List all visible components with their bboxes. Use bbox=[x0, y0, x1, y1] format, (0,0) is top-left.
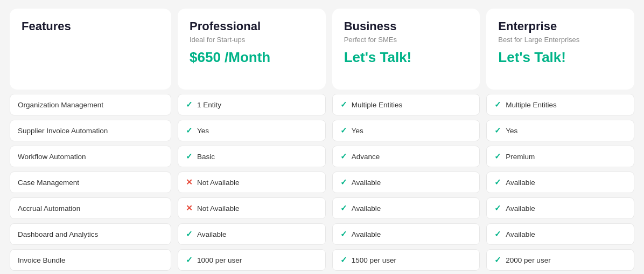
cross-icon: ✕ bbox=[186, 177, 193, 187]
feature-value-text: Not Available bbox=[197, 204, 240, 213]
feature-value-row: ✓1000 per user bbox=[178, 249, 326, 271]
feature-value-text: Basic bbox=[197, 153, 215, 161]
feature-value-text: Premium bbox=[506, 153, 535, 161]
plan-header-business: BusinessPerfect for SMEsLet's Talk! bbox=[332, 9, 480, 90]
feature-label-row: Dashboard and Analytics bbox=[10, 223, 171, 245]
check-icon: ✓ bbox=[340, 177, 347, 187]
feature-label-row: Invoice Bundle bbox=[10, 249, 171, 271]
check-icon: ✓ bbox=[186, 100, 193, 109]
feature-value-row: ✓Multiple Entities bbox=[486, 94, 634, 115]
feature-value-text: 1500 per user bbox=[352, 256, 396, 264]
feature-value-row: ✓Available bbox=[486, 223, 634, 245]
feature-value-text: Not Available bbox=[197, 179, 240, 187]
plan-col-enterprise: EnterpriseBest for Large EnterprisesLet'… bbox=[486, 9, 634, 274]
feature-value-row: ✕Not Available bbox=[178, 172, 326, 193]
plan-name: Professional bbox=[190, 19, 314, 33]
check-icon: ✓ bbox=[494, 229, 501, 239]
feature-value-text: 1 Entity bbox=[197, 101, 221, 109]
feature-value-row: ✓2000 per user bbox=[486, 249, 634, 271]
feature-value-row: ✓Available bbox=[486, 172, 634, 193]
check-icon: ✓ bbox=[494, 126, 501, 135]
feature-value-text: Available bbox=[352, 204, 381, 213]
feature-value-text: 2000 per user bbox=[506, 256, 550, 264]
feature-value-text: Available bbox=[352, 179, 381, 187]
feature-value-row: ✕Not Available bbox=[178, 197, 326, 219]
check-icon: ✓ bbox=[186, 126, 193, 135]
feature-value-row: ✓1 Entity bbox=[178, 94, 326, 115]
feature-value-row: ✓Available bbox=[486, 197, 634, 219]
check-icon: ✓ bbox=[494, 152, 501, 161]
plan-tagline: Best for Large Enterprises bbox=[498, 36, 622, 44]
check-icon: ✓ bbox=[494, 255, 501, 265]
check-icon: ✓ bbox=[494, 177, 501, 187]
check-icon: ✓ bbox=[494, 100, 501, 109]
features-title: Features bbox=[22, 19, 71, 33]
feature-value-text: Available bbox=[506, 230, 535, 238]
feature-value-row: ✓Multiple Entities bbox=[332, 94, 480, 115]
check-icon: ✓ bbox=[340, 255, 347, 265]
pricing-table: Features Organization ManagementSupplier… bbox=[10, 9, 634, 274]
plan-header-enterprise: EnterpriseBest for Large EnterprisesLet'… bbox=[486, 9, 634, 90]
plan-col-business: BusinessPerfect for SMEsLet's Talk!✓Mult… bbox=[332, 9, 480, 274]
feature-value-row: ✓Premium bbox=[486, 146, 634, 167]
plan-header-professional: ProfessionalIdeal for Start-ups$650 /Mon… bbox=[178, 9, 326, 90]
feature-value-text: Multiple Entities bbox=[506, 101, 557, 109]
check-icon: ✓ bbox=[186, 229, 193, 239]
check-icon: ✓ bbox=[340, 229, 347, 239]
check-icon: ✓ bbox=[186, 255, 193, 265]
feature-value-row: ✓Yes bbox=[332, 120, 480, 141]
feature-value-text: Multiple Entities bbox=[352, 101, 403, 109]
feature-value-text: Advance bbox=[352, 153, 380, 161]
feature-value-text: 1000 per user bbox=[197, 256, 242, 264]
feature-value-row: ✓Available bbox=[332, 197, 480, 219]
check-icon: ✓ bbox=[340, 126, 347, 135]
feature-value-text: Available bbox=[352, 230, 381, 238]
feature-value-text: Available bbox=[506, 179, 535, 187]
feature-label-row: Workflow Automation bbox=[10, 146, 171, 167]
feature-label-row: Organization Management bbox=[10, 94, 171, 115]
feature-value-text: Yes bbox=[352, 127, 363, 135]
feature-value-text: Available bbox=[197, 230, 227, 238]
check-icon: ✓ bbox=[340, 152, 347, 161]
plan-tagline: Perfect for SMEs bbox=[344, 36, 468, 44]
plan-price: $650 /Month bbox=[190, 49, 314, 66]
plan-tagline: Ideal for Start-ups bbox=[190, 36, 314, 44]
features-column: Features Organization ManagementSupplier… bbox=[10, 9, 171, 274]
feature-label-row: Supplier Invoice Automation bbox=[10, 120, 171, 141]
check-icon: ✓ bbox=[340, 203, 347, 213]
check-icon: ✓ bbox=[494, 203, 501, 213]
plan-name: Business bbox=[344, 19, 468, 33]
plan-name: Enterprise bbox=[498, 19, 622, 33]
feature-label-row: Case Management bbox=[10, 172, 171, 193]
feature-value-row: ✓Available bbox=[332, 172, 480, 193]
check-icon: ✓ bbox=[186, 152, 193, 161]
feature-value-row: ✓Advance bbox=[332, 146, 480, 167]
feature-value-text: Yes bbox=[506, 127, 517, 135]
features-header: Features bbox=[10, 9, 171, 90]
check-icon: ✓ bbox=[340, 100, 347, 109]
feature-label-row: Accrual Automation bbox=[10, 197, 171, 219]
plan-col-professional: ProfessionalIdeal for Start-ups$650 /Mon… bbox=[178, 9, 326, 274]
feature-value-row: ✓1500 per user bbox=[332, 249, 480, 271]
cross-icon: ✕ bbox=[186, 203, 193, 213]
feature-value-row: ✓Available bbox=[332, 223, 480, 245]
feature-value-text: Yes bbox=[197, 127, 209, 135]
feature-value-row: ✓Available bbox=[178, 223, 326, 245]
plan-price: Let's Talk! bbox=[344, 49, 468, 66]
feature-value-text: Available bbox=[506, 204, 535, 213]
feature-value-row: ✓Yes bbox=[486, 120, 634, 141]
feature-value-row: ✓Yes bbox=[178, 120, 326, 141]
plan-price: Let's Talk! bbox=[498, 49, 622, 66]
feature-value-row: ✓Basic bbox=[178, 146, 326, 167]
